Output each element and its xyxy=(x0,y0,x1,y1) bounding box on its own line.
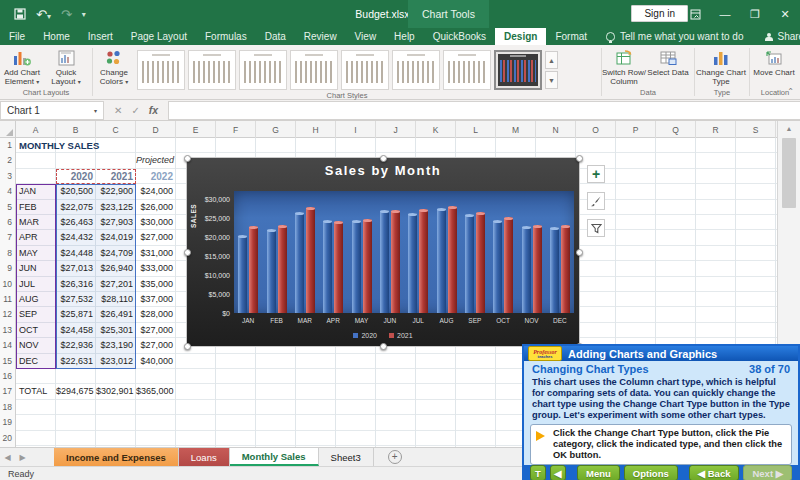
bar-2020-may[interactable] xyxy=(352,220,361,313)
chart-style-thumb-7[interactable] xyxy=(443,50,491,90)
bar-2020-feb[interactable] xyxy=(267,229,276,313)
row-header-11[interactable]: 11 xyxy=(3,292,12,307)
selection-handle-1[interactable] xyxy=(184,155,191,162)
row-header-5[interactable]: 5 xyxy=(7,200,12,215)
cell-2022-sep[interactable]: $28,000 xyxy=(136,307,176,322)
cell-total-2020[interactable]: $294,675 xyxy=(56,384,96,399)
tab-help[interactable]: Help xyxy=(385,28,424,45)
tab-quickbooks[interactable]: QuickBooks xyxy=(424,28,495,45)
tab-file[interactable]: File xyxy=(0,28,34,45)
cell-2021-jul[interactable]: $27,201 xyxy=(96,277,136,292)
bar-2020-apr[interactable] xyxy=(323,220,332,313)
cell-2021-jun[interactable]: $26,940 xyxy=(96,261,136,276)
cell-a1-title[interactable]: MONTHLY SALES xyxy=(16,138,136,153)
cell-c3-year[interactable]: 2021 xyxy=(96,169,136,184)
cell-month-jul[interactable]: JUL xyxy=(16,277,56,292)
bar-2021-may[interactable] xyxy=(363,219,372,313)
bar-2021-dec[interactable] xyxy=(561,225,570,313)
column-header-C[interactable]: C xyxy=(96,121,136,138)
cell-2020-may[interactable]: $24,448 xyxy=(56,246,96,261)
row-header-6[interactable]: 6 xyxy=(7,215,12,230)
cell-2022-apr[interactable]: $27,000 xyxy=(136,230,176,245)
bar-2020-sep[interactable] xyxy=(465,214,474,313)
change-chart-type-button[interactable]: Change Chart Type xyxy=(695,47,747,87)
cell-2020-jul[interactable]: $26,316 xyxy=(56,277,96,292)
scroll-up-icon[interactable]: ▲ xyxy=(778,121,800,136)
chart-style-thumb-5[interactable] xyxy=(341,50,389,90)
bar-2021-nov[interactable] xyxy=(533,225,542,313)
column-header-S[interactable]: S xyxy=(736,121,776,138)
cell-2022-may[interactable]: $31,000 xyxy=(136,246,176,261)
column-header-Q[interactable]: Q xyxy=(656,121,696,138)
add-chart-element-button[interactable]: Add Chart Element xyxy=(0,47,44,87)
column-header-I[interactable]: I xyxy=(336,121,376,138)
cell-2020-nov[interactable]: $22,936 xyxy=(56,338,96,353)
cell-2021-feb[interactable]: $23,125 xyxy=(96,200,136,215)
bar-2020-jun[interactable] xyxy=(380,210,389,313)
sales-chart[interactable]: Sales by Month SALES $30,000$25,000$20,0… xyxy=(186,157,580,347)
gallery-up-icon[interactable]: ▲ xyxy=(545,51,558,69)
cell-2020-aug[interactable]: $27,532 xyxy=(56,292,96,307)
row-header-16[interactable]: 16 xyxy=(3,369,12,384)
cell-2022-feb[interactable]: $26,000 xyxy=(136,200,176,215)
column-header-K[interactable]: K xyxy=(416,121,456,138)
undo-caret-icon[interactable]: ▾ xyxy=(47,12,51,21)
bar-2020-dec[interactable] xyxy=(550,227,559,313)
chart-elements-button[interactable]: + xyxy=(587,165,605,183)
cell-b3-year[interactable]: 2020 xyxy=(56,169,96,184)
bar-2020-jan[interactable] xyxy=(238,235,247,313)
formula-input[interactable] xyxy=(168,101,800,120)
cell-2020-oct[interactable]: $24,458 xyxy=(56,323,96,338)
bar-2021-feb[interactable] xyxy=(278,225,287,313)
bar-2021-jul[interactable] xyxy=(419,209,428,313)
bar-2021-mar[interactable] xyxy=(306,207,315,313)
cell-month-dec[interactable]: DEC xyxy=(16,354,56,369)
quick-layout-button[interactable]: Quick Layout xyxy=(44,47,88,87)
bar-2020-oct[interactable] xyxy=(493,220,502,313)
column-header-N[interactable]: N xyxy=(536,121,576,138)
chart-style-thumb-8[interactable] xyxy=(494,50,542,90)
save-icon[interactable] xyxy=(14,8,26,20)
column-header-H[interactable]: H xyxy=(296,121,336,138)
close-button[interactable]: ✕ xyxy=(770,0,800,28)
cell-month-may[interactable]: MAY xyxy=(16,246,56,261)
selection-handle-2[interactable] xyxy=(380,155,387,162)
menu-button[interactable]: Menu xyxy=(577,465,620,480)
chart-style-thumb-4[interactable] xyxy=(290,50,338,90)
cell-2022-oct[interactable]: $27,000 xyxy=(136,323,176,338)
cell-2022-jan[interactable]: $24,000 xyxy=(136,184,176,199)
cell-d3-year[interactable]: 2022 xyxy=(136,169,176,184)
bar-2020-jul[interactable] xyxy=(408,213,417,313)
row-header-13[interactable]: 13 xyxy=(3,323,12,338)
cell-2022-dec[interactable]: $40,000 xyxy=(136,354,176,369)
cell-month-jan[interactable]: JAN xyxy=(16,184,56,199)
chart-filters-button[interactable] xyxy=(587,219,605,237)
cell-2021-apr[interactable]: $24,019 xyxy=(96,230,136,245)
text-toggle-button[interactable]: T xyxy=(530,465,546,480)
row-header-14[interactable]: 14 xyxy=(3,338,12,353)
back-button[interactable]: ◀ Back xyxy=(689,465,740,480)
cell-2021-sep[interactable]: $26,491 xyxy=(96,307,136,322)
select-data-button[interactable]: Select Data xyxy=(646,47,690,78)
bar-2021-jan[interactable] xyxy=(249,226,258,313)
cell-2021-mar[interactable]: $27,903 xyxy=(96,215,136,230)
row-header-8[interactable]: 8 xyxy=(7,246,12,261)
sheet-nav-left-icon[interactable]: ◀ xyxy=(0,448,15,466)
row-header-12[interactable]: 12 xyxy=(3,307,12,322)
bar-2020-mar[interactable] xyxy=(295,212,304,313)
select-all-corner[interactable] xyxy=(0,121,16,138)
selection-handle-6[interactable] xyxy=(184,343,191,350)
row-header-15[interactable]: 15 xyxy=(3,354,12,369)
column-header-P[interactable]: P xyxy=(616,121,656,138)
tab-insert[interactable]: Insert xyxy=(79,28,122,45)
tab-formulas[interactable]: Formulas xyxy=(196,28,256,45)
cell-month-mar[interactable]: MAR xyxy=(16,215,56,230)
chart-style-thumb-6[interactable] xyxy=(392,50,440,90)
column-header-B[interactable]: B xyxy=(56,121,96,138)
gallery-down-icon[interactable]: ▼ xyxy=(545,71,558,89)
cell-2022-jun[interactable]: $33,000 xyxy=(136,261,176,276)
tab-view[interactable]: View xyxy=(346,28,386,45)
cell-2022-mar[interactable]: $30,000 xyxy=(136,215,176,230)
change-colors-button[interactable]: Change Colors xyxy=(93,47,135,87)
row-header-2[interactable]: 2 xyxy=(7,153,12,168)
